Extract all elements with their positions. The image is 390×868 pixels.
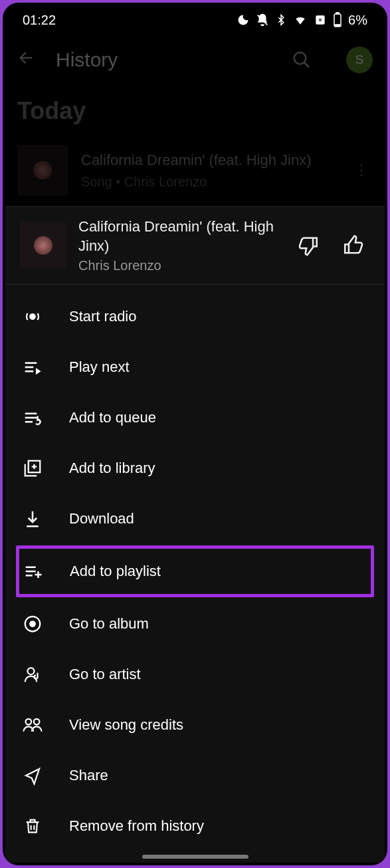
search-icon[interactable] xyxy=(292,50,312,70)
menu-label: Add to playlist xyxy=(70,563,161,580)
play-next-icon xyxy=(21,356,44,378)
menu-label: Add to library xyxy=(69,460,155,477)
page-title: History xyxy=(56,49,272,71)
status-icons: × 6% xyxy=(237,12,367,28)
playlist-add-icon xyxy=(22,560,45,583)
history-song-subtitle: Song • Chris Lorenzo xyxy=(81,174,337,190)
menu-remove-history[interactable]: Remove from history xyxy=(5,801,385,851)
svg-point-10 xyxy=(28,668,35,674)
credits-icon xyxy=(21,714,44,736)
queue-icon xyxy=(21,406,44,429)
sheet-song-artist: Chris Lorenzo xyxy=(78,258,280,273)
bluetooth-icon xyxy=(275,13,287,27)
download-icon xyxy=(21,507,44,530)
share-icon xyxy=(21,764,44,787)
back-icon[interactable] xyxy=(17,49,36,72)
menu-label: Play next xyxy=(69,359,130,376)
trash-icon xyxy=(21,815,44,837)
app-header: History S xyxy=(3,37,387,85)
sheet-header: California Dreamin' (feat. High Jinx) Ch… xyxy=(5,207,385,285)
history-song-title: California Dreamin' (feat. High Jinx) xyxy=(81,151,337,170)
menu-add-queue[interactable]: Add to queue xyxy=(5,392,385,443)
wifi-icon xyxy=(292,13,308,27)
status-time: 01:22 xyxy=(23,13,56,28)
svg-rect-4 xyxy=(336,25,340,26)
menu-label: Share xyxy=(69,767,108,784)
status-bar: 01:22 × 6% xyxy=(3,3,387,37)
menu-download[interactable]: Download xyxy=(5,494,385,544)
svg-point-11 xyxy=(26,719,32,725)
battery-icon xyxy=(332,12,343,28)
nav-handle[interactable] xyxy=(142,855,248,859)
menu-add-library[interactable]: Add to library xyxy=(5,443,385,494)
bell-mute-icon xyxy=(255,13,270,27)
sheet-thumbnail xyxy=(20,222,66,269)
section-heading: Today xyxy=(3,85,387,141)
menu-label: Remove from history xyxy=(69,817,204,835)
menu-add-playlist[interactable]: Add to playlist xyxy=(16,545,374,597)
battery-percent: 6% xyxy=(348,13,367,28)
menu-label: Go to album xyxy=(69,615,149,633)
sim-icon: × xyxy=(314,13,327,27)
menu-label: Download xyxy=(69,510,134,527)
menu-go-artist[interactable]: Go to artist xyxy=(5,649,385,700)
svg-point-12 xyxy=(34,719,40,725)
menu-label: View song credits xyxy=(69,716,183,734)
context-menu-sheet: California Dreamin' (feat. High Jinx) Ch… xyxy=(5,206,385,863)
artist-icon xyxy=(21,663,44,686)
menu-share[interactable]: Share xyxy=(5,750,385,801)
history-row[interactable]: California Dreamin' (feat. High Jinx) So… xyxy=(3,141,387,200)
library-add-icon xyxy=(21,457,44,480)
more-icon[interactable]: ⋮ xyxy=(350,162,373,179)
sheet-song-title: California Dreamin' (feat. High Jinx) xyxy=(78,217,280,255)
svg-rect-3 xyxy=(336,13,339,14)
menu-label: Add to queue xyxy=(69,409,156,426)
menu-start-radio[interactable]: Start radio xyxy=(5,291,385,342)
dnd-moon-icon xyxy=(237,13,250,27)
thumbs-down-icon[interactable] xyxy=(292,229,325,262)
menu-label: Go to artist xyxy=(69,666,141,683)
avatar[interactable]: S xyxy=(346,47,373,73)
menu-song-credits[interactable]: View song credits xyxy=(5,700,385,750)
radio-icon xyxy=(21,305,44,328)
thumbs-up-icon[interactable] xyxy=(337,229,370,262)
album-icon xyxy=(21,613,44,635)
svg-text:×: × xyxy=(318,17,322,23)
song-thumbnail xyxy=(17,145,68,196)
menu-play-next[interactable]: Play next xyxy=(5,342,385,392)
svg-point-5 xyxy=(294,53,306,65)
menu-go-album[interactable]: Go to album xyxy=(5,599,385,649)
menu-label: Start radio xyxy=(69,308,137,325)
svg-point-9 xyxy=(30,621,35,627)
